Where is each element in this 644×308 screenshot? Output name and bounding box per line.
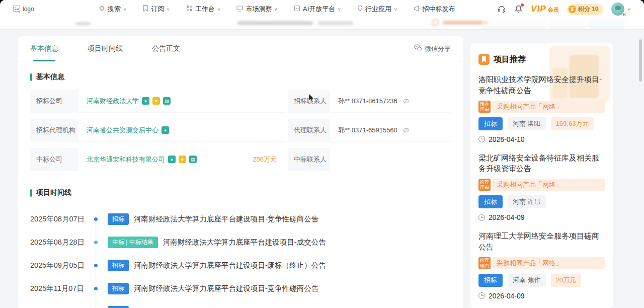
recommendation-card[interactable]: 洛阳职业技术学院网络安全提升项目-竞争性磋商公告 推荐理由 采购相同产品「网络」… [478, 74, 605, 143]
detail-tabbar: 基本信息 项目时间线 公告正文 微信分享 [18, 36, 463, 61]
table-row: 招标代理机构 河南省公共资源交易中心 ● 代理联系人 郭** 0371-6591… [30, 119, 451, 142]
nav-label: 市场洞察 [246, 5, 272, 14]
recommendation-card[interactable]: 梁北矿网络安全设备特征库及相关服务升级资审公告 推荐理由 采购相同产品「网络」 … [478, 152, 605, 222]
timeline-link[interactable]: 河南财经政法大学算力底座平台建设项目-成交公告 [163, 238, 326, 247]
company-link[interactable]: 北京华通安和科技有限公司 [87, 155, 165, 164]
blurred-button [549, 19, 586, 29]
masked-view-icon[interactable] [403, 98, 410, 105]
timeline-link[interactable]: 河南财经政法大学算力底座平台建设项目-竞争性磋商公告 [134, 284, 318, 293]
timeline-link[interactable]: 河南财经政法大学算力底座平台建设项目-废标（终止）公告 [134, 261, 326, 270]
company-link[interactable]: 河南省公共资源交易中心 [87, 126, 158, 135]
avatar[interactable]: K [611, 3, 624, 16]
recommendation-card-title[interactable]: 河南理工大学网络安全服务项目磋商公告 [478, 230, 605, 253]
ai-platform-icon [294, 5, 300, 13]
region-chip: 河南 洛阳 [508, 117, 546, 130]
recommendation-meta: 招标 河南 洛阳 169.63万元 [478, 117, 605, 130]
masked-view-icon[interactable] [403, 127, 410, 134]
wechat-icon [414, 44, 422, 53]
timeline-node [86, 207, 106, 230]
nav-item-industry-app[interactable]: 行业应用∨ [357, 5, 397, 14]
workbench-icon [186, 5, 193, 13]
reason-badge: 推荐理由 [478, 179, 491, 191]
nav-item-subscribe[interactable]: 订阅∨ [142, 5, 170, 14]
timeline-dot [94, 241, 98, 244]
user-menu[interactable]: K ∨ [611, 3, 631, 16]
wechat-share-button[interactable]: 微信分享 [414, 44, 451, 53]
nav-item-search[interactable]: 搜索∨ [99, 5, 127, 14]
timeline-link[interactable]: 河南财经政法大学算力底座平台建设项目-竞争性磋商公告 [134, 214, 318, 224]
tab-project-timeline[interactable]: 项目时间线 [88, 36, 123, 61]
timeline-section-header: 项目时间线 [30, 188, 451, 197]
subscribe-icon [142, 5, 148, 13]
basic-info-table: 招标公司 河南财经政法大学 ● ♥ ▤ 招标联系人 孙** 0371-86157… [18, 90, 463, 171]
company-report-icon[interactable]: ▤ [189, 156, 197, 163]
date-label: 2026-04-09 [489, 213, 525, 221]
timeline-node [86, 277, 106, 300]
timeline-date: 2025年08月28日 [30, 238, 86, 247]
row-label: 代理联系人 [288, 119, 330, 142]
timeline-tag: 招标 [108, 213, 129, 225]
ribbon-icon [478, 54, 490, 65]
nav-item-market-insight[interactable]: 市场洞察∨ [236, 5, 278, 14]
company-profile-icon[interactable]: ● [168, 156, 176, 163]
recommendation-title: 项目推荐 [494, 54, 526, 65]
timeline-tag: 招标 [108, 260, 129, 271]
project-timeline: 2025年08月07日 招标 河南财经政法大学算力底座平台建设项目-竞争性磋商公… [18, 205, 463, 308]
company-link[interactable]: 河南财经政法大学 [87, 97, 139, 106]
company-profile-icon[interactable]: ● [142, 97, 149, 105]
chevron-down-icon: ∨ [393, 7, 397, 12]
support-headset-icon[interactable] [497, 5, 506, 14]
chevron-down-icon: ∨ [627, 7, 631, 12]
chevron-down-icon: ∨ [123, 7, 127, 12]
logo-label: logo [23, 6, 34, 13]
timeline-date: 2025年11月07日 [30, 284, 86, 293]
timeline-tag: 招标 [108, 283, 129, 294]
recommendation-meta: 招标 河南 许昌 [478, 195, 605, 208]
row-value: 孙** 0371-86157236 [330, 90, 451, 113]
company-favorite-icon[interactable]: ♥ [179, 156, 186, 163]
tab-announcement-text[interactable]: 公告正文 [152, 36, 180, 61]
vip-member-button[interactable]: VIP 会员 [531, 4, 558, 14]
blurred-icon [432, 19, 439, 26]
points-badge[interactable]: ¥ 积分 10 [567, 4, 604, 15]
timeline-node [86, 300, 106, 308]
nav-item-workbench[interactable]: 工作台∨ [186, 5, 221, 14]
row-value: 北京华通安和科技有限公司 ● ♥ ▤ 256万元 [78, 148, 286, 171]
nav-label: 行业应用 [365, 5, 391, 14]
timeline-item: 2025年12月04日 招标 河南财经政法大学算力底座平台建设项目-竞争性磋商公… [30, 300, 451, 308]
nav-item-publish[interactable]: 招中标发布 [414, 5, 455, 14]
recommendation-card-title[interactable]: 洛阳职业技术学院网络安全提升项目-竞争性磋商公告 [478, 74, 605, 96]
row-label: 招标代理机构 [30, 119, 78, 142]
recommendation-card[interactable]: 河南理工大学网络安全服务项目磋商公告 推荐理由 采购相同产品「网络」 招标 河南… [478, 230, 605, 300]
tab-basic-info[interactable]: 基本信息 [30, 36, 58, 61]
blurred-text [237, 21, 313, 25]
row-value: 河南财经政法大学 ● ♥ ▤ [78, 90, 286, 113]
timeline-node [86, 254, 106, 277]
timeline-item: 2025年09月05日 招标 河南财经政法大学算力底座平台建设项目-废标（终止）… [30, 254, 451, 277]
recommendation-card-title[interactable]: 梁北矿网络安全设备特征库及相关服务升级资审公告 [478, 152, 605, 175]
company-profile-icon[interactable]: ● [162, 126, 169, 134]
company-favorite-icon[interactable]: ♥ [152, 97, 160, 105]
megaphone-icon [414, 6, 420, 13]
site-logo[interactable]: logo [13, 6, 34, 13]
timeline-tag: 中标 | 中标结果 [108, 237, 158, 248]
chevron-down-icon: ∨ [217, 7, 221, 12]
market-insight-icon [236, 5, 243, 13]
blurred-button [589, 19, 625, 29]
notification-dot [521, 4, 524, 7]
share-label: 微信分享 [425, 44, 451, 53]
scrollbar-thumb[interactable] [639, 39, 642, 82]
reason-text: 采购相同产品「网络」 [493, 179, 605, 191]
chevron-down-icon: ∨ [338, 7, 342, 12]
recommendation-date: 2026-04-10 [478, 135, 605, 143]
timeline-date: 2025年09月05日 [30, 261, 86, 270]
nav-item-ai-platform[interactable]: AI开放平台∨ [294, 5, 341, 14]
reason-text: 采购相同产品「网络」 [493, 257, 605, 269]
row-value: 郭** 0371-65915560 [330, 119, 451, 142]
company-report-icon[interactable]: ▤ [163, 97, 171, 105]
date-label: 2026-04-09 [489, 292, 525, 300]
points-label: 积分 10 [578, 5, 599, 14]
basic-info-section-header: 基本信息 [30, 72, 451, 82]
timeline-item: 2025年08月07日 招标 河南财经政法大学算力底座平台建设项目-竞争性磋商公… [30, 207, 451, 230]
notifications-bell-icon[interactable] [514, 5, 523, 14]
